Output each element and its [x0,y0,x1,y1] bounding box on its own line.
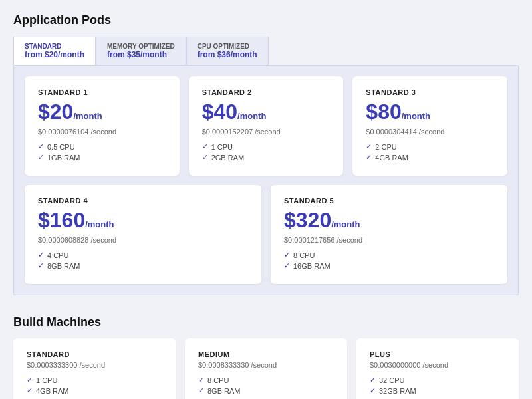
pod-card-4-features: ✓4 CPU ✓8GB RAM [38,251,248,270]
build-card-3-per-second: $0.0030000000 /second [370,361,505,369]
feature-item: ✓8GB RAM [38,261,248,270]
pods-cards-top-row: STANDARD 1 $20/month $0.0000076104 /seco… [25,76,507,176]
check-icon: ✓ [284,261,290,270]
build-card-1-per-second: $0.0003333300 /second [27,361,162,369]
check-icon: ✓ [27,386,33,395]
pod-card-1-features: ✓0.5 CPU ✓1GB RAM [38,142,166,162]
build-card-2-features: ✓8 CPU ✓8GB RAM [198,376,334,395]
tab-cpu-type: CPU OPTIMIZED [198,43,257,50]
check-icon: ✓ [202,142,208,151]
pod-card-5-per-second: $0.0001217656 /second [284,236,494,244]
pod-card-4-title: STANDARD 4 [38,197,248,205]
tab-standard[interactable]: STANDARD from $20/month [13,37,96,65]
pod-card-2: STANDARD 2 $40/month $0.0000152207 /seco… [189,76,344,176]
build-machines-title: Build Machines [13,315,519,329]
feature-item: ✓0.5 CPU [38,142,166,151]
tab-memory[interactable]: MEMORY OPTIMIZED from $35/month [96,37,186,65]
pod-card-3-features: ✓2 CPU ✓4GB RAM [366,142,494,162]
application-pods-section: Application Pods STANDARD from $20/month… [13,13,519,295]
feature-item: ✓4GB RAM [27,386,162,395]
check-icon: ✓ [38,142,44,151]
pod-card-2-price: $40/month [202,100,331,124]
check-icon: ✓ [198,386,204,395]
feature-item: ✓1GB RAM [38,153,166,162]
pod-card-2-features: ✓1 CPU ✓2GB RAM [202,142,331,162]
tab-standard-type: STANDARD [25,43,84,50]
build-card-2-per-second: $0.0008333330 /second [198,361,334,369]
pod-card-5-title: STANDARD 5 [284,197,494,205]
check-icon: ✓ [38,251,44,259]
feature-item: ✓2 CPU [366,142,494,151]
pod-card-4-per-second: $0.0000608828 /second [38,236,248,244]
feature-item: ✓1 CPU [202,142,331,151]
pod-card-1-price: $20/month [38,100,166,124]
build-card-1-features: ✓1 CPU ✓4GB RAM [27,376,162,395]
check-icon: ✓ [370,376,376,384]
build-card-3-title: PLUS [370,350,505,358]
feature-item: ✓4 CPU [38,251,248,259]
check-icon: ✓ [38,153,44,162]
check-icon: ✓ [38,261,44,270]
build-machines-section: Build Machines STANDARD $0.0003333300 /s… [13,315,519,399]
build-cards-grid: STANDARD $0.0003333300 /second ✓1 CPU ✓4… [13,338,519,399]
pod-card-1-title: STANDARD 1 [38,88,166,96]
build-card-1-title: STANDARD [27,350,162,358]
check-icon: ✓ [366,153,372,162]
tab-cpu[interactable]: CPU OPTIMIZED from $36/month [186,37,269,65]
pod-card-5: STANDARD 5 $320/month $0.0001217656 /sec… [271,185,507,284]
pod-card-3-price: $80/month [366,100,494,124]
pod-card-2-title: STANDARD 2 [202,88,331,96]
pod-card-3: STANDARD 3 $80/month $0.0000304414 /seco… [352,76,507,176]
build-card-3-features: ✓32 CPU ✓32GB RAM [370,376,505,395]
pod-card-5-features: ✓8 CPU ✓16GB RAM [284,251,494,270]
check-icon: ✓ [284,251,290,259]
pod-card-3-per-second: $0.0000304414 /second [366,128,494,136]
pods-cards-bottom-row: STANDARD 4 $160/month $0.0000608828 /sec… [25,185,507,284]
check-icon: ✓ [202,153,208,162]
pod-card-4-price: $160/month [38,209,248,232]
pod-card-3-title: STANDARD 3 [366,88,494,96]
feature-item: ✓16GB RAM [284,261,494,270]
build-card-2: MEDIUM $0.0008333330 /second ✓8 CPU ✓8GB… [185,338,347,399]
feature-item: ✓8 CPU [198,376,334,384]
feature-item: ✓32GB RAM [370,386,505,395]
tab-cpu-price: from $36/month [198,50,257,59]
pods-container: STANDARD 1 $20/month $0.0000076104 /seco… [13,65,519,295]
app-pods-title: Application Pods [13,13,519,27]
feature-item: ✓1 CPU [27,376,162,384]
feature-item: ✓4GB RAM [366,153,494,162]
tab-standard-price: from $20/month [25,50,84,59]
build-card-1: STANDARD $0.0003333300 /second ✓1 CPU ✓4… [13,338,176,399]
pod-card-2-per-second: $0.0000152207 /second [202,128,331,136]
pod-card-1-per-second: $0.0000076104 /second [38,128,166,136]
feature-item: ✓2GB RAM [202,153,331,162]
pod-card-5-price: $320/month [284,209,494,232]
pod-card-1: STANDARD 1 $20/month $0.0000076104 /seco… [25,76,180,176]
feature-item: ✓8 CPU [284,251,494,259]
tab-memory-price: from $35/month [107,50,167,59]
feature-item: ✓8GB RAM [198,386,334,395]
check-icon: ✓ [366,142,372,151]
feature-item: ✓32 CPU [370,376,505,384]
check-icon: ✓ [370,386,376,395]
check-icon: ✓ [198,376,204,384]
check-icon: ✓ [27,376,33,384]
tabs-row: STANDARD from $20/month MEMORY OPTIMIZED… [13,37,519,65]
build-card-2-title: MEDIUM [198,350,334,358]
tab-memory-type: MEMORY OPTIMIZED [107,43,175,50]
pod-card-4: STANDARD 4 $160/month $0.0000608828 /sec… [25,185,261,284]
build-card-3: PLUS $0.0030000000 /second ✓32 CPU ✓32GB… [356,338,519,399]
